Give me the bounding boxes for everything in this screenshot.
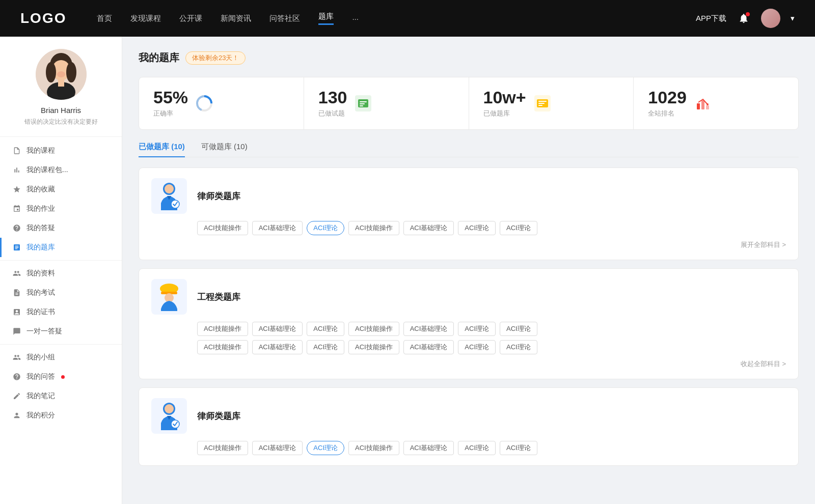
tag-3-2[interactable]: ACI基础理论 [252, 441, 303, 455]
qbank-tags-2-row2: ACI技能操作 ACI基础理论 ACI理论 ACI技能操作 ACI基础理论 AC… [197, 340, 786, 354]
sidebar-label-points: 我的积分 [26, 411, 55, 420]
page-title: 我的题库 [139, 51, 179, 65]
tab-done-banks[interactable]: 已做题库 (10) [139, 142, 185, 157]
tag-2-2-6[interactable]: ACI理论 [458, 340, 496, 354]
accuracy-chart-icon [195, 94, 213, 113]
tag-2-2-5[interactable]: ACI基础理论 [403, 340, 454, 354]
tag-1-5[interactable]: ACI基础理论 [403, 221, 454, 235]
qbank-icon-lawyer-2 [151, 398, 187, 434]
done-banks-icon [533, 94, 552, 113]
myqa-icon [12, 372, 21, 381]
tabs-bar: 已做题库 (10) 可做题库 (10) [139, 142, 799, 157]
tag-3-6[interactable]: ACI理论 [458, 441, 496, 455]
sidebar-item-my-courses[interactable]: 我的课程 [0, 141, 122, 160]
tag-2-1-7[interactable]: ACI理论 [500, 322, 537, 336]
tag-2-1-3[interactable]: ACI理论 [307, 322, 344, 336]
nav-menu: 首页 发现课程 公开课 新闻资讯 问答社区 题库 ··· [97, 12, 696, 25]
nav-news[interactable]: 新闻资讯 [221, 14, 251, 23]
tab-available-banks[interactable]: 可做题库 (10) [201, 142, 248, 157]
svg-rect-13 [360, 101, 367, 102]
qbank-card-lawyer-1: 律师类题库 ACI技能操作 ACI基础理论 ACI理论 ACI技能操作 ACI基… [139, 167, 799, 260]
tag-2-1-1[interactable]: ACI技能操作 [197, 322, 248, 336]
qbank-card-header-2: 工程类题库 [151, 279, 786, 315]
qbank-tags-3: ACI技能操作 ACI基础理论 ACI理论 ACI技能操作 ACI基础理论 AC… [197, 441, 786, 455]
sidebar-item-certificate[interactable]: 我的证书 [0, 302, 122, 322]
sidebar-item-course-pack[interactable]: 我的课程包... [0, 160, 122, 180]
nav-qbank[interactable]: 题库 [318, 12, 334, 25]
sidebar-item-notes[interactable]: 我的笔记 [0, 386, 122, 406]
nav-home[interactable]: 首页 [97, 14, 112, 23]
tag-3-7[interactable]: ACI理论 [500, 441, 537, 455]
sidebar-item-questions[interactable]: 我的答疑 [0, 218, 122, 238]
user-avatar[interactable] [761, 9, 780, 28]
stat-accuracy-value: 55% [153, 89, 188, 106]
nav-opencourse[interactable]: 公开课 [179, 14, 202, 23]
svg-rect-18 [538, 101, 547, 102]
tag-2-1-5[interactable]: ACI基础理论 [403, 322, 454, 336]
tag-3-3[interactable]: ACI理论 [307, 441, 344, 455]
svg-point-4 [66, 62, 76, 82]
sidebar-item-favorites[interactable]: 我的收藏 [0, 180, 122, 199]
stat-done-banks-label: 已做题库 [483, 109, 526, 118]
sidebar-item-group[interactable]: 我的小组 [0, 348, 122, 367]
svg-rect-23 [706, 105, 709, 109]
oneonone-icon [12, 327, 21, 336]
star-icon [12, 185, 21, 194]
homework-icon [12, 204, 21, 213]
sidebar-item-points[interactable]: 我的积分 [0, 406, 122, 425]
nav-discover[interactable]: 发现课程 [130, 14, 161, 23]
profile-icon [12, 269, 21, 278]
qbank-title-3: 律师类题库 [197, 410, 240, 422]
tag-2-1-4[interactable]: ACI技能操作 [348, 322, 399, 336]
tag-1-1[interactable]: ACI技能操作 [197, 221, 248, 235]
sidebar-item-my-qa[interactable]: 我的问答 [0, 367, 122, 386]
tag-3-4[interactable]: ACI技能操作 [348, 441, 399, 455]
notification-bell[interactable] [737, 11, 751, 25]
coursepack-icon [12, 165, 21, 175]
tag-1-7[interactable]: ACI理论 [500, 221, 537, 235]
tag-1-3[interactable]: ACI理论 [307, 221, 344, 235]
tag-1-4[interactable]: ACI技能操作 [348, 221, 399, 235]
tag-3-5[interactable]: ACI基础理论 [403, 441, 454, 455]
sidebar-label-notes: 我的笔记 [26, 391, 55, 401]
collapse-link-2[interactable]: 收起全部科目 > [151, 359, 786, 369]
expand-link-1[interactable]: 展开全部科目 > [151, 240, 786, 249]
nav-more[interactable]: ··· [352, 14, 359, 23]
tag-3-1[interactable]: ACI技能操作 [197, 441, 248, 455]
sidebar-menu: 我的课程 我的课程包... 我的收藏 我的作业 [0, 137, 122, 429]
qbank-card-engineer: 工程类题库 ACI技能操作 ACI基础理论 ACI理论 ACI技能操作 ACI基… [139, 268, 799, 379]
sidebar-item-qbank[interactable]: 我的题库 [0, 238, 122, 257]
stat-done-questions: 130 已做试题 [304, 77, 469, 129]
ranking-icon [694, 94, 712, 113]
svg-point-26 [165, 184, 174, 193]
profile-avatar [36, 49, 87, 100]
tag-2-1-2[interactable]: ACI基础理论 [252, 322, 303, 336]
sidebar-item-one-on-one[interactable]: 一对一答疑 [0, 322, 122, 341]
svg-point-7 [57, 71, 65, 77]
qbank-title-1: 律师类题库 [197, 190, 240, 202]
tag-1-6[interactable]: ACI理论 [458, 221, 496, 235]
stat-accuracy-label: 正确率 [153, 109, 188, 118]
svg-rect-14 [360, 103, 365, 104]
tag-2-2-1[interactable]: ACI技能操作 [197, 340, 248, 354]
tag-2-2-2[interactable]: ACI基础理论 [252, 340, 303, 354]
tag-2-2-3[interactable]: ACI理论 [307, 340, 344, 354]
app-download-link[interactable]: APP下载 [696, 14, 726, 23]
sidebar-label-group: 我的小组 [26, 353, 55, 362]
sidebar-item-profile[interactable]: 我的资料 [0, 264, 122, 283]
sidebar-label-myqa: 我的问答 [26, 372, 55, 381]
user-menu-arrow[interactable]: ▾ [791, 14, 795, 23]
tag-2-1-6[interactable]: ACI理论 [458, 322, 496, 336]
tag-2-2-4[interactable]: ACI技能操作 [348, 340, 399, 354]
nav-qa[interactable]: 问答社区 [269, 14, 300, 23]
navbar-right: APP下载 ▾ [696, 9, 795, 28]
tag-2-2-7[interactable]: ACI理论 [500, 340, 537, 354]
tag-1-2[interactable]: ACI基础理论 [252, 221, 303, 235]
qbank-tags-2-row1: ACI技能操作 ACI基础理论 ACI理论 ACI技能操作 ACI基础理论 AC… [197, 322, 786, 336]
qbank-icon-engineer [151, 279, 187, 315]
sidebar-label-qbank: 我的题库 [26, 243, 55, 252]
sidebar-item-exam[interactable]: 我的考试 [0, 283, 122, 302]
svg-rect-15 [360, 105, 363, 106]
sidebar-item-homework[interactable]: 我的作业 [0, 199, 122, 218]
profile-motto: 错误的决定比没有决定要好 [24, 118, 98, 126]
